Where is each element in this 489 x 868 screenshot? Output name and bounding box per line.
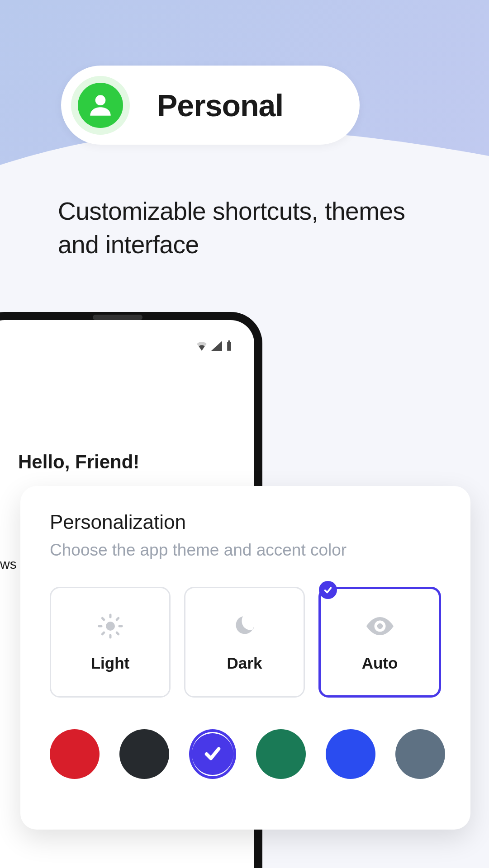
page-subtitle: Customizable shortcuts, themes and inter… — [58, 194, 429, 262]
svg-line-6 — [102, 618, 104, 620]
theme-label-auto: Auto — [362, 654, 398, 672]
svg-line-10 — [102, 632, 104, 634]
color-swatch-black[interactable] — [119, 729, 169, 779]
status-bar — [196, 340, 233, 352]
svg-line-11 — [117, 618, 119, 620]
wifi-icon — [196, 341, 208, 351]
greeting-text: Hello, Friend! — [18, 451, 139, 473]
phone-speaker — [93, 315, 142, 320]
moon-icon — [231, 613, 258, 640]
sun-icon — [97, 613, 124, 640]
cellular-icon — [211, 341, 222, 351]
color-swatch-purple[interactable] — [189, 729, 236, 779]
person-icon — [78, 83, 123, 128]
theme-option-light[interactable]: Light — [50, 587, 171, 698]
svg-rect-1 — [227, 342, 231, 351]
svg-line-7 — [117, 632, 119, 634]
svg-point-3 — [106, 622, 115, 631]
theme-label-light: Light — [91, 654, 130, 672]
eye-icon — [366, 613, 394, 640]
color-swatch-slate[interactable] — [395, 729, 445, 779]
svg-point-12 — [377, 623, 383, 629]
theme-option-auto[interactable]: Auto — [318, 587, 441, 698]
personal-badge: Personal — [61, 66, 360, 145]
personalization-card: Personalization Choose the app theme and… — [20, 486, 470, 830]
truncated-text: ws — [0, 557, 17, 572]
person-icon-bg — [71, 76, 130, 135]
svg-point-0 — [95, 95, 106, 105]
theme-options-row: Light Dark Auto — [50, 587, 441, 698]
svg-rect-2 — [228, 340, 230, 342]
color-swatch-blue[interactable] — [326, 729, 375, 779]
theme-label-dark: Dark — [227, 654, 262, 672]
personal-badge-label: Personal — [157, 88, 283, 123]
color-swatch-red[interactable] — [50, 729, 100, 779]
theme-option-dark[interactable]: Dark — [184, 587, 305, 698]
check-icon — [202, 743, 223, 765]
battery-icon — [226, 340, 233, 352]
card-subtitle: Choose the app theme and accent color — [50, 541, 441, 560]
color-swatch-green[interactable] — [256, 729, 306, 779]
accent-color-row — [50, 729, 441, 779]
card-title: Personalization — [50, 511, 441, 533]
check-icon — [319, 581, 337, 599]
